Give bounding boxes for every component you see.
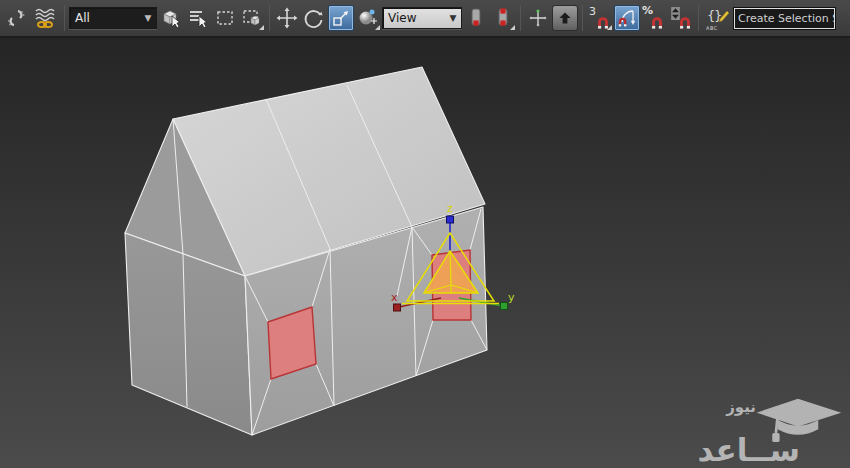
chevron-down-icon: ▼ xyxy=(445,13,461,23)
select-and-link-button[interactable] xyxy=(3,5,29,31)
toolbar-separator xyxy=(64,5,65,31)
select-by-name-button[interactable] xyxy=(185,5,211,31)
axis-z-label: z xyxy=(447,202,453,215)
manipulate-icon xyxy=(357,7,379,29)
select-and-manipulate-button[interactable] xyxy=(355,5,381,31)
select-object-button[interactable] xyxy=(158,5,184,31)
pivot-center-icon xyxy=(467,7,485,29)
select-and-scale-button[interactable] xyxy=(328,5,354,31)
named-selection-set-field[interactable] xyxy=(734,8,835,29)
toolbar-separator xyxy=(269,5,270,31)
axis-x-endpoint[interactable] xyxy=(394,304,401,311)
select-and-link-icon xyxy=(6,8,26,28)
pivot-center-icon xyxy=(494,7,512,29)
watermark: نیوز ســاعد xyxy=(674,396,844,466)
angle-snap-toggle-button[interactable] xyxy=(614,5,640,31)
scale-icon xyxy=(331,8,351,28)
select-and-rotate-button[interactable] xyxy=(301,5,327,31)
rotate-icon xyxy=(303,7,325,29)
spinner-icon xyxy=(671,7,680,20)
coord-system-value: View xyxy=(383,11,445,25)
bind-to-space-warp-button[interactable] xyxy=(30,5,60,31)
select-and-move-button[interactable] xyxy=(274,5,300,31)
snaps-mode-label: 3 xyxy=(589,5,596,18)
rectangular-selection-region-button[interactable] xyxy=(212,5,238,31)
chevron-down-icon: ▼ xyxy=(140,13,156,23)
3dsmax-window: All ▼ xyxy=(0,0,850,468)
selection-filter-dropdown[interactable]: All ▼ xyxy=(69,7,157,29)
keyboard-shortcut-override-button[interactable] xyxy=(552,5,578,31)
magnet-icon xyxy=(650,16,664,29)
up-arrow-icon xyxy=(557,10,573,26)
axis-z-endpoint[interactable] xyxy=(447,216,454,223)
window-crossing-toggle-button[interactable] xyxy=(239,5,265,31)
abc-label: ABC xyxy=(706,25,718,31)
use-pivot-point-center-flyout-button[interactable] xyxy=(490,5,516,31)
angle-snap-icon xyxy=(617,8,637,28)
select-and-manipulate-center-button[interactable] xyxy=(525,5,551,31)
reference-coordinate-system-dropdown[interactable]: View ▼ xyxy=(382,7,462,29)
graduation-cap-icon xyxy=(752,392,844,448)
percent-snap-toggle-button[interactable]: % xyxy=(641,5,667,31)
spinner-snap-toggle-button[interactable] xyxy=(668,5,694,31)
manipulate-center-icon xyxy=(527,7,549,29)
perspective-viewport[interactable]: z x y xyxy=(0,38,850,468)
space-warp-icon xyxy=(34,7,56,29)
main-toolbar: All ▼ xyxy=(0,0,850,38)
snaps-toggle-button[interactable]: 3 xyxy=(587,5,613,31)
toolbar-separator xyxy=(520,5,521,31)
window-crossing-icon xyxy=(242,8,262,28)
axis-x-label: x xyxy=(391,291,398,304)
select-object-icon xyxy=(160,7,182,29)
use-pivot-point-center-button[interactable] xyxy=(463,5,489,31)
toolbar-separator xyxy=(698,5,699,31)
axis-y-endpoint[interactable] xyxy=(501,303,508,310)
selection-filter-value: All xyxy=(70,11,140,25)
axis-y-label: y xyxy=(508,291,515,304)
magnet-icon xyxy=(596,16,610,29)
percent-label: % xyxy=(642,4,653,17)
toolbar-separator xyxy=(582,5,583,31)
select-by-name-icon xyxy=(187,7,209,29)
edit-named-selection-sets-button[interactable]: { } ABC xyxy=(703,5,733,31)
house-model[interactable] xyxy=(125,67,487,435)
rectangular-selection-icon xyxy=(215,8,235,28)
move-icon xyxy=(276,7,298,29)
magnet-icon xyxy=(678,16,692,29)
